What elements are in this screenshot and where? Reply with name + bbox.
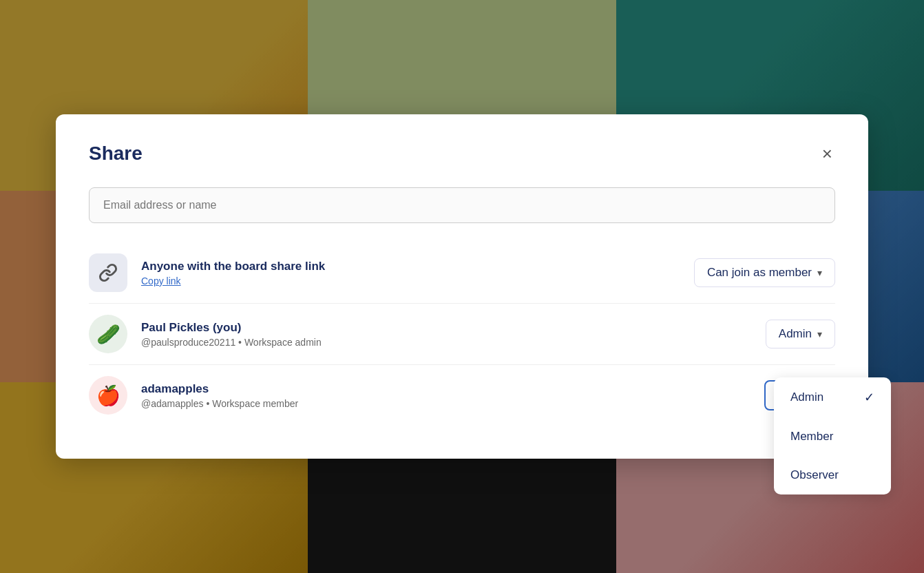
role-dropdown-menu: Admin ✓ Member Observer	[774, 377, 891, 494]
dropdown-item-label-observer: Observer	[790, 468, 839, 482]
copy-link-button[interactable]: Copy link	[141, 275, 694, 286]
user-name-0: Paul Pickles (you)	[141, 321, 766, 335]
share-link-chevron-icon: ▾	[817, 267, 822, 278]
share-link-info: Anyone with the board share link Copy li…	[141, 260, 694, 286]
modal-title: Share	[89, 143, 143, 165]
dropdown-item-member[interactable]: Member	[774, 417, 891, 456]
dropdown-item-label-member: Member	[790, 430, 833, 444]
search-input[interactable]	[89, 187, 835, 223]
user-handle-1: @adamapples • Workspace member	[141, 398, 764, 409]
share-link-title: Anyone with the board share link	[141, 260, 694, 273]
user-role-dropdown-0[interactable]: Admin ▾	[766, 320, 835, 348]
user-info-1: adamapples @adamapples • Workspace membe…	[141, 382, 764, 409]
user-chevron-icon-0: ▾	[817, 329, 822, 340]
user-row-1: 🍎 adamapples @adamapples • Workspace mem…	[89, 365, 835, 426]
user-handle-0: @paulsproduce20211 • Workspace admin	[141, 337, 766, 348]
share-link-row: Anyone with the board share link Copy li…	[89, 242, 835, 304]
share-modal: Share × Anyone with the board share link…	[56, 114, 868, 459]
user-avatar-1: 🍎	[89, 376, 127, 415]
share-link-role-dropdown[interactable]: Can join as member ▾	[694, 258, 835, 287]
user-name-1: adamapples	[141, 382, 764, 396]
share-link-role-label: Can join as member	[707, 266, 812, 280]
link-icon	[98, 263, 118, 282]
user-info-0: Paul Pickles (you) @paulsproduce20211 • …	[141, 321, 766, 348]
check-icon-admin: ✓	[864, 390, 874, 405]
dropdown-item-label-admin: Admin	[790, 390, 823, 404]
link-avatar	[89, 253, 127, 292]
modal-header: Share ×	[89, 142, 835, 165]
close-button[interactable]: ×	[819, 142, 835, 165]
user-avatar-0: 🥒	[89, 315, 127, 353]
user-role-label-0: Admin	[779, 327, 812, 341]
user-row-0: 🥒 Paul Pickles (you) @paulsproduce20211 …	[89, 304, 835, 365]
dropdown-item-observer[interactable]: Observer	[774, 456, 891, 494]
dropdown-item-admin[interactable]: Admin ✓	[774, 377, 891, 417]
